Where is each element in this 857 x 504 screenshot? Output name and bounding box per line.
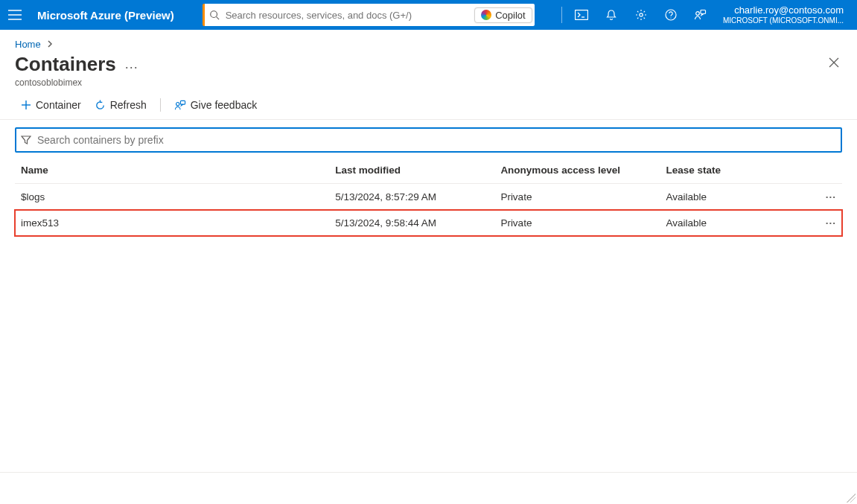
global-search-input[interactable] (224, 9, 475, 22)
cell-lease: Available (660, 184, 801, 211)
top-bar: Microsoft Azure (Preview) Copilot (0, 0, 857, 30)
page-actions-menu[interactable]: ··· (125, 54, 138, 75)
svg-point-9 (670, 17, 671, 18)
table-header-row: Name Last modified Anonymous access leve… (15, 157, 842, 184)
separator (160, 98, 161, 112)
account-tenant: MICROSOFT (MICROSOFT.ONMI... (723, 16, 844, 25)
terminal-icon (575, 10, 588, 20)
cell-lease: Available (660, 210, 801, 236)
svg-marker-18 (22, 136, 31, 144)
feedback-top-button[interactable] (686, 0, 716, 30)
breadcrumb-home[interactable]: Home (15, 39, 41, 50)
cell-access: Private (494, 210, 660, 236)
svg-rect-17 (180, 101, 185, 104)
plus-icon (21, 100, 31, 110)
separator (561, 7, 562, 23)
content-area: Name Last modified Anonymous access leve… (0, 120, 857, 236)
filter-icon (21, 135, 31, 145)
give-feedback-label: Give feedback (191, 99, 258, 111)
svg-point-3 (210, 11, 217, 18)
containers-table: Name Last modified Anonymous access leve… (15, 157, 842, 236)
account-area[interactable]: charlie.roy@contoso.com MICROSOFT (MICRO… (716, 4, 851, 25)
svg-point-7 (640, 13, 643, 16)
give-feedback-button[interactable]: Give feedback (174, 99, 258, 111)
copilot-button[interactable]: Copilot (474, 7, 532, 23)
hamburger-menu-button[interactable] (0, 0, 30, 30)
row-context-menu[interactable]: ··· (800, 210, 842, 236)
column-header-modified[interactable]: Last modified (329, 157, 494, 184)
hamburger-icon (8, 10, 22, 20)
copilot-label: Copilot (495, 10, 525, 21)
svg-rect-11 (701, 10, 706, 14)
breadcrumb: Home (0, 30, 857, 53)
cell-name[interactable]: $logs (15, 184, 329, 211)
gear-icon (635, 9, 647, 21)
top-bar-right: charlie.roy@contoso.com MICROSOFT (MICRO… (557, 0, 851, 30)
divider (0, 472, 857, 473)
add-container-label: Container (36, 99, 81, 111)
column-header-menu (800, 157, 842, 184)
chevron-right-icon (47, 39, 53, 50)
column-header-name[interactable]: Name (15, 157, 329, 184)
refresh-label: Refresh (110, 99, 147, 111)
notifications-button[interactable] (596, 0, 626, 30)
table-row[interactable]: imex5135/13/2024, 9:58:44 AMPrivateAvail… (15, 210, 842, 236)
cell-name[interactable]: imex513 (15, 210, 329, 236)
svg-point-16 (176, 102, 179, 105)
column-header-access[interactable]: Anonymous access level (494, 157, 660, 184)
refresh-icon (95, 100, 106, 111)
column-header-lease[interactable]: Lease state (660, 157, 801, 184)
command-bar: Container Refresh Give feedback (0, 88, 857, 120)
filter-input[interactable] (36, 133, 836, 147)
cell-modified: 5/13/2024, 9:58:44 AM (329, 210, 494, 236)
refresh-button[interactable]: Refresh (95, 99, 147, 111)
close-icon (829, 57, 839, 68)
page-subtitle: contosoblobimex (15, 77, 138, 88)
page-header: Containers ··· contosoblobimex (0, 53, 857, 88)
help-icon (665, 9, 677, 21)
settings-button[interactable] (626, 0, 656, 30)
resize-handle[interactable] (847, 494, 856, 503)
svg-line-4 (216, 17, 219, 20)
filter-box[interactable] (15, 127, 842, 153)
page-title: Containers (15, 53, 116, 76)
add-container-button[interactable]: Container (21, 99, 81, 111)
cell-access: Private (494, 184, 660, 211)
svg-point-10 (696, 12, 700, 16)
svg-point-8 (666, 10, 676, 20)
row-context-menu[interactable]: ··· (800, 184, 842, 211)
search-icon (209, 10, 220, 20)
global-search[interactable]: Copilot (203, 4, 535, 26)
bell-icon (605, 9, 617, 21)
table-row[interactable]: $logs5/13/2024, 8:57:29 AMPrivateAvailab… (15, 184, 842, 211)
person-feedback-icon (694, 9, 707, 21)
brand-label: Microsoft Azure (Preview) (36, 9, 182, 22)
cell-modified: 5/13/2024, 8:57:29 AM (329, 184, 494, 211)
help-button[interactable] (656, 0, 686, 30)
person-feedback-icon (174, 100, 186, 111)
account-email: charlie.roy@contoso.com (734, 4, 844, 16)
copilot-icon (481, 10, 491, 20)
cloud-shell-button[interactable] (567, 0, 596, 30)
close-blade-button[interactable] (829, 53, 842, 71)
svg-rect-5 (575, 10, 587, 20)
